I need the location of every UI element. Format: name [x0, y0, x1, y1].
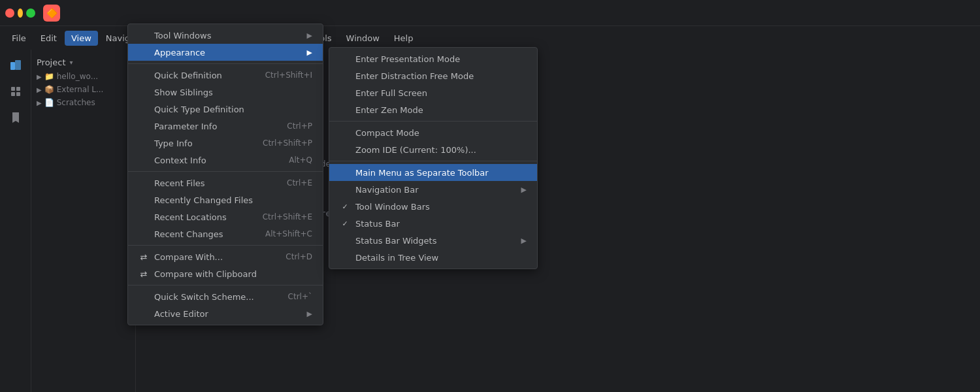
- quick-switch-shortcut: Ctrl+`: [288, 292, 312, 301]
- context-info-shortcut: Alt+Q: [289, 155, 312, 165]
- recent-locations-icon: [139, 212, 149, 222]
- appearance-item-tool-window-bars[interactable]: ✓ Tool Window Bars: [329, 198, 537, 215]
- view-item-recent-locations[interactable]: Recent Locations Ctrl+Shift+E: [128, 208, 323, 225]
- details-tree-check: [340, 252, 350, 263]
- svg-rect-2: [11, 87, 15, 91]
- view-item-quick-type-def[interactable]: Quick Type Definition: [128, 101, 323, 118]
- tree-item-hello[interactable]: ▶ 📁 hello_wo...: [31, 70, 135, 83]
- view-item-active-editor[interactable]: Active Editor ▶: [128, 305, 323, 322]
- distraction-check: [340, 71, 350, 81]
- type-info-icon: [139, 138, 149, 148]
- tree-item-external[interactable]: ▶ 📦 External L...: [31, 83, 135, 96]
- recent-locations-label: Recent Locations: [154, 212, 257, 222]
- svg-rect-0: [10, 62, 15, 70]
- active-editor-arrow: ▶: [307, 310, 312, 318]
- recently-changed-icon: [139, 195, 149, 205]
- appearance-item-zen[interactable]: Enter Zen Mode: [329, 101, 537, 118]
- appearance-item-main-menu-toolbar[interactable]: Main Menu as Separate Toolbar: [329, 164, 537, 181]
- view-item-type-info[interactable]: Type Info Ctrl+Shift+P: [128, 135, 323, 152]
- compact-label: Compact Mode: [355, 128, 527, 138]
- tree-label-external: External L...: [57, 85, 104, 94]
- appearance-item-compact[interactable]: Compact Mode: [329, 124, 537, 141]
- tool-window-bars-label: Tool Window Bars: [355, 202, 527, 212]
- tool-windows-icon: [139, 30, 149, 41]
- maximize-button[interactable]: [26, 8, 35, 18]
- view-item-compare-with[interactable]: ⇄ Compare With... Ctrl+D: [128, 248, 323, 265]
- tree-label-scratches: Scratches: [57, 98, 95, 107]
- menu-file[interactable]: File: [5, 31, 33, 46]
- svg-rect-5: [16, 92, 20, 96]
- view-item-quick-switch[interactable]: Quick Switch Scheme... Ctrl+`: [128, 288, 323, 305]
- view-item-param-info[interactable]: Parameter Info Ctrl+P: [128, 118, 323, 135]
- view-item-appearance[interactable]: Appearance ▶: [128, 44, 323, 61]
- tree-icon-folder: 📁: [44, 72, 54, 81]
- view-item-compare-clipboard[interactable]: ⇄ Compare with Clipboard: [128, 265, 323, 282]
- zen-check: [340, 105, 350, 115]
- compact-check: [340, 127, 350, 138]
- view-separator-1: [128, 63, 323, 64]
- nav-bar-check: [340, 184, 350, 195]
- appearance-item-distraction-free[interactable]: Enter Distraction Free Mode: [329, 67, 537, 84]
- sidebar-icon-bookmarks[interactable]: [5, 107, 26, 128]
- param-info-shortcut: Ctrl+P: [287, 122, 312, 131]
- project-title: Project: [37, 57, 65, 67]
- param-info-icon: [139, 121, 149, 131]
- context-info-icon: [139, 155, 149, 165]
- fullscreen-check: [340, 88, 350, 98]
- view-item-quick-definition[interactable]: Quick Definition Ctrl+Shift+I: [128, 67, 323, 84]
- sidebar-icon-project[interactable]: [5, 55, 26, 76]
- menu-view[interactable]: View: [65, 31, 98, 46]
- sidebar-icon-plugins[interactable]: [5, 81, 26, 102]
- presentation-check: [340, 54, 350, 64]
- tree-arrow-scratches: ▶: [37, 99, 42, 106]
- view-item-recently-changed[interactable]: Recently Changed Files: [128, 191, 323, 208]
- main-menu-toolbar-label: Main Menu as Separate Toolbar: [355, 168, 527, 178]
- recent-changes-icon: [139, 229, 149, 239]
- appearance-item-status-bar[interactable]: ✓ Status Bar: [329, 215, 537, 232]
- appearance-arrow: ▶: [307, 48, 312, 57]
- param-info-label: Parameter Info: [154, 122, 282, 131]
- tool-windows-arrow: ▶: [307, 31, 312, 40]
- appearance-separator-1: [329, 121, 537, 122]
- type-info-shortcut: Ctrl+Shift+P: [263, 139, 312, 148]
- view-item-recent-files[interactable]: Recent Files Ctrl+E: [128, 174, 323, 191]
- menu-help[interactable]: Help: [387, 31, 420, 46]
- compare-clipboard-label: Compare with Clipboard: [154, 269, 312, 279]
- appearance-item-details-tree[interactable]: Details in Tree View: [329, 249, 537, 266]
- view-menu-dropdown: Tool Windows ▶ Appearance ▶ Quick Defini…: [127, 24, 323, 325]
- menu-edit[interactable]: Edit: [34, 31, 63, 46]
- recent-files-icon: [139, 178, 149, 188]
- recent-changes-shortcut: Alt+Shift+C: [265, 229, 312, 238]
- recent-changes-label: Recent Changes: [154, 229, 260, 239]
- tree-arrow: ▶: [37, 73, 42, 80]
- status-bar-widgets-label: Status Bar Widgets: [355, 236, 516, 246]
- view-item-context-info[interactable]: Context Info Alt+Q: [128, 152, 323, 169]
- appearance-item-presentation[interactable]: Enter Presentation Mode: [329, 50, 537, 67]
- recent-locations-shortcut: Ctrl+Shift+E: [263, 212, 312, 221]
- appearance-item-fullscreen[interactable]: Enter Full Screen: [329, 84, 537, 101]
- appearance-item-nav-bar[interactable]: Navigation Bar ▶: [329, 181, 537, 198]
- appearance-item-zoom[interactable]: Zoom IDE (Current: 100%)...: [329, 141, 537, 158]
- active-editor-icon: [139, 308, 149, 319]
- tree-item-scratches[interactable]: ▶ 📄 Scratches: [31, 96, 135, 109]
- view-item-show-siblings[interactable]: Show Siblings: [128, 84, 323, 101]
- zoom-label: Zoom IDE (Current: 100%)...: [355, 145, 527, 155]
- status-bar-widgets-arrow: ▶: [521, 237, 527, 245]
- project-chevron: ▾: [69, 59, 73, 66]
- titlebar: 🔶: [0, 0, 980, 26]
- minimize-button[interactable]: [18, 8, 23, 18]
- view-item-recent-changes[interactable]: Recent Changes Alt+Shift+C: [128, 225, 323, 242]
- distraction-free-label: Enter Distraction Free Mode: [355, 71, 527, 81]
- quick-switch-label: Quick Switch Scheme...: [154, 292, 283, 302]
- appearance-submenu: Enter Presentation Mode Enter Distractio…: [329, 47, 538, 269]
- menu-window[interactable]: Window: [340, 31, 386, 46]
- status-bar-widgets-check: [340, 235, 350, 246]
- appearance-item-status-bar-widgets[interactable]: Status Bar Widgets ▶: [329, 232, 537, 249]
- view-item-tool-windows[interactable]: Tool Windows ▶: [128, 27, 323, 44]
- context-info-label: Context Info: [154, 155, 284, 165]
- recent-files-shortcut: Ctrl+E: [287, 178, 312, 188]
- view-separator-4: [128, 285, 323, 286]
- close-button[interactable]: [5, 8, 14, 18]
- view-separator-2: [128, 171, 323, 172]
- fullscreen-label: Enter Full Screen: [355, 88, 527, 98]
